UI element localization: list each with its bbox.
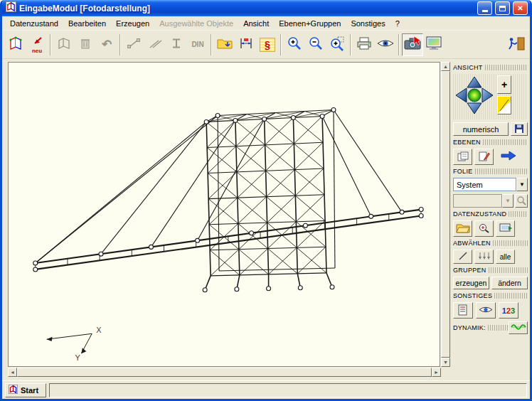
folder-icon: [456, 223, 470, 235]
menu-item-ansicht[interactable]: Ansicht: [238, 18, 274, 29]
paragraph-icon: §: [260, 38, 275, 52]
menu-item-datenzustand[interactable]: Datenzustand: [5, 18, 63, 29]
axis-y-label: Y: [75, 353, 80, 362]
member-button: [123, 33, 144, 56]
scroll-up-button[interactable]: ▲: [441, 62, 450, 71]
hatch-decoration: [488, 325, 509, 331]
vertical-scrollbar: ▲ ▼: [441, 62, 450, 367]
numbering-button[interactable]: 123: [499, 302, 518, 319]
menu-item-hilfe[interactable]: ?: [390, 18, 405, 29]
minimize-icon: [482, 10, 488, 12]
arrow-left-icon: ◄: [10, 370, 15, 375]
neu-button[interactable]: neu: [26, 33, 48, 56]
parallel-members-button: [144, 33, 166, 56]
gruppen-erzeugen-button[interactable]: erzeugen: [453, 277, 489, 289]
section-sonstiges: SONSTIGES: [453, 292, 528, 299]
title-bar[interactable]: EingabeModul [Fotodarstellung] ✕: [2, 0, 530, 16]
exit-door-icon: [507, 36, 526, 53]
zoom-window-icon: [329, 36, 345, 54]
printer-icon: [356, 36, 373, 53]
window-title: EingabeModul [Fotodarstellung]: [19, 4, 474, 14]
main-area: X Y ▲ ▼ ◄ ► ANSICH: [2, 59, 530, 380]
vertical-scroll-thumb[interactable]: [441, 71, 450, 358]
next-layer-arrow-icon[interactable]: [500, 150, 517, 164]
photo-view-button[interactable]: [402, 33, 423, 56]
start-label: Start: [21, 386, 38, 395]
view-rotate-pad[interactable]: [454, 75, 494, 118]
start-icon: [9, 385, 18, 395]
save-view-button[interactable]: [511, 122, 528, 136]
chevron-down-icon: ▼: [519, 181, 525, 188]
toolbar-separator: [50, 34, 51, 55]
protocol-button[interactable]: [453, 302, 473, 319]
start-button[interactable]: Start: [5, 383, 46, 397]
inspect-data-button[interactable]: [474, 220, 494, 237]
dimension-button[interactable]: [235, 33, 257, 56]
sonstiges-controls: 123: [453, 302, 528, 319]
trash-icon: [79, 36, 92, 53]
zoom-window-button[interactable]: [326, 33, 348, 56]
gruppen-controls: erzeugen ändern: [453, 277, 528, 289]
close-button[interactable]: ✕: [513, 1, 528, 15]
edit-structure-icon: [57, 36, 71, 53]
drawing-canvas[interactable]: X Y: [8, 62, 440, 367]
section-gruppen: GRUPPEN: [453, 267, 528, 274]
section-folie: FOLIE: [453, 168, 528, 175]
hatch-decoration: [493, 240, 528, 246]
zoom-factor-button[interactable]: [497, 96, 511, 114]
arrow-down-icon: ▼: [443, 360, 448, 365]
exit-button[interactable]: [506, 33, 527, 56]
norm-button[interactable]: §: [257, 33, 278, 56]
menu-item-erzeugen[interactable]: Erzeugen: [111, 18, 154, 29]
scroll-down-button[interactable]: ▼: [441, 358, 450, 367]
eye-icon: [376, 38, 395, 52]
sub-folie-dropdown-button: ▼: [502, 194, 514, 208]
zoom-out-button[interactable]: [305, 33, 326, 56]
undo-button: ↶: [96, 33, 117, 56]
toolbar-separator: [211, 34, 212, 55]
maximize-button[interactable]: [495, 1, 510, 15]
import-button[interactable]: [214, 33, 235, 56]
zoom-out-icon: [308, 36, 324, 54]
neu-label: neu: [32, 48, 42, 54]
section-ansicht: ANSICHT: [453, 64, 528, 71]
document-icon: [457, 304, 469, 317]
scroll-left-button[interactable]: ◄: [8, 368, 17, 377]
layers-icon: [457, 151, 469, 164]
menu-item-bearbeiten[interactable]: Bearbeiten: [63, 18, 111, 29]
numerisch-button[interactable]: numerisch: [453, 122, 509, 136]
horizontal-scroll-thumb[interactable]: [17, 368, 432, 377]
eye-small-icon: [479, 305, 493, 316]
deselect-all-button[interactable]: alle: [496, 250, 515, 264]
render-button[interactable]: [423, 33, 445, 56]
hatch-decoration: [483, 139, 528, 145]
menu-item-sonstiges[interactable]: Sonstiges: [346, 18, 390, 29]
screen-data-button[interactable]: [496, 220, 515, 237]
hatch-decoration: [475, 169, 528, 174]
scroll-right-button[interactable]: ►: [432, 368, 441, 377]
ebenen-edit-button[interactable]: [474, 149, 494, 165]
ebenen-list-button[interactable]: [453, 149, 472, 165]
hatch-decoration: [509, 211, 528, 217]
hatch-decoration: [489, 267, 528, 273]
folie-dropdown-button[interactable]: ▼: [516, 178, 528, 191]
view-button[interactable]: [375, 33, 396, 56]
deselect-line-button[interactable]: [453, 250, 472, 264]
app-window: EingabeModul [Fotodarstellung] ✕ Datenzu…: [0, 0, 532, 401]
folie-select[interactable]: System ▼: [453, 178, 528, 191]
datenzustand-controls: [453, 220, 528, 237]
print-button[interactable]: [353, 33, 375, 56]
zoom-in-button[interactable]: [284, 33, 305, 56]
visibility-button[interactable]: [476, 302, 496, 319]
digit-3: 3: [511, 306, 515, 315]
open-data-button[interactable]: [453, 220, 472, 237]
deselect-members-button[interactable]: [474, 250, 494, 264]
toolbar-separator: [119, 34, 121, 55]
menu-item-ebenen-gruppen[interactable]: Ebenen+Gruppen: [274, 18, 346, 29]
section-dynamik: DYNAMIK:: [453, 324, 509, 331]
gruppen-aendern-button[interactable]: ändern: [491, 277, 528, 289]
zoom-plus-button[interactable]: +: [497, 75, 511, 94]
model-button[interactable]: [5, 33, 26, 56]
dynamik-button[interactable]: [509, 321, 528, 334]
minimize-button[interactable]: [477, 1, 492, 15]
